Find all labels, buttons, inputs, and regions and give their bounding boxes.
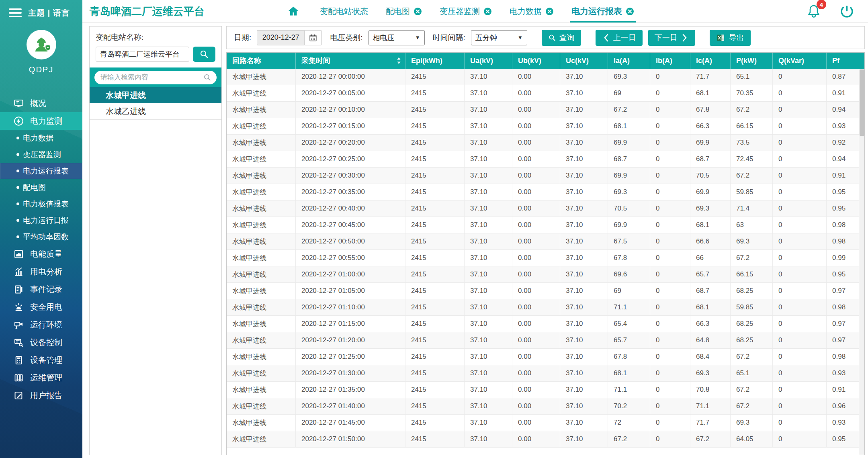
table-header: 回路名称采集时间Epi(kWh)Ua(kV)Ub(kV)Uc(kV)Ia(A)I… <box>227 53 864 69</box>
close-tab-icon[interactable] <box>483 7 492 16</box>
sidebar-item-power-data[interactable]: 电力数据 <box>0 130 82 146</box>
hamburger-menu-icon[interactable] <box>9 6 22 19</box>
sidebar-item-device-management[interactable]: 设备管理 <box>0 351 82 369</box>
main-content: 变配电站名称: <box>82 23 868 458</box>
column-header[interactable]: 采集时间 <box>296 53 405 69</box>
vertical-scrollbar[interactable] <box>859 69 864 455</box>
sidebar-item-power-monitoring[interactable]: 电力监测 <box>0 112 82 130</box>
table-cell: 0.00 <box>512 382 560 398</box>
column-header[interactable]: Pf <box>827 53 864 69</box>
sidebar-item-ops-management[interactable]: 运维管理 <box>0 369 82 386</box>
time-interval-select[interactable]: 五分钟 ▼ <box>471 30 527 45</box>
table-cell: 0 <box>650 168 690 184</box>
table-cell: 0 <box>773 266 827 282</box>
table-cell: 37.10 <box>465 266 512 282</box>
sidebar-item-operating-environment[interactable]: 运行环境 <box>0 316 82 333</box>
sidebar-item-overview[interactable]: 概况 <box>0 94 82 112</box>
voltage-type-select[interactable]: 相电压 ▼ <box>368 30 425 45</box>
table-cell: 0 <box>773 217 827 233</box>
bullet-icon <box>16 219 19 222</box>
table-cell: 0.00 <box>512 102 560 118</box>
column-header[interactable]: Q(kVar) <box>773 53 827 69</box>
station-name-input[interactable] <box>96 47 189 62</box>
search-icon <box>548 34 556 42</box>
tab-power-operation-report[interactable]: 电力运行报表 <box>571 0 634 22</box>
sidebar-item-user-report[interactable]: 用户报告 <box>0 386 82 404</box>
table-cell: 2020-12-27 01:25:00 <box>296 349 405 365</box>
table-row: 水城甲进线2020-12-27 00:55:00241537.100.0037.… <box>227 250 864 266</box>
column-header-label: Ia(A) <box>614 57 630 65</box>
calendar-icon[interactable] <box>304 30 322 45</box>
table-cell: 69.6 <box>608 266 650 282</box>
sidebar-item-transformer-monitoring[interactable]: 变压器监测 <box>0 146 82 163</box>
time-interval-value: 五分钟 <box>475 33 497 43</box>
sidebar-item-power-extreme-report[interactable]: 电力极值报表 <box>0 196 82 212</box>
table-cell: 0 <box>773 316 827 332</box>
table-cell: 0 <box>650 217 690 233</box>
bullet-icon <box>16 235 19 238</box>
table-cell: 0 <box>650 398 690 414</box>
circuit-item[interactable]: 水城甲进线 <box>90 87 221 103</box>
logout-power-icon[interactable] <box>839 4 854 19</box>
next-day-button[interactable]: 下一日 <box>648 30 695 46</box>
table-cell: 37.10 <box>560 415 608 431</box>
column-header[interactable]: Uc(kV) <box>560 53 608 69</box>
column-header-label: 回路名称 <box>232 56 261 65</box>
theme-language-link[interactable]: 主题 | 语言 <box>28 8 70 18</box>
column-header[interactable]: Ic(A) <box>690 53 731 69</box>
column-header[interactable]: P(kW) <box>731 53 773 69</box>
sidebar-item-event-record[interactable]: 事件记录 <box>0 280 82 298</box>
search-icon <box>199 49 209 59</box>
table-body: 水城甲进线2020-12-27 00:00:00241537.100.0037.… <box>227 69 864 448</box>
table-row: 水城甲进线2020-12-27 00:35:00241537.100.0037.… <box>227 184 864 200</box>
sidebar-item-distribution-diagram[interactable]: 配电图 <box>0 179 82 196</box>
prev-day-button[interactable]: 上一日 <box>596 30 643 46</box>
station-search-button[interactable] <box>193 47 215 62</box>
tree-search-input[interactable] <box>100 73 203 82</box>
column-header[interactable]: Ia(A) <box>608 53 650 69</box>
sidebar-item-power-quality[interactable]: 电能质量 <box>0 245 82 263</box>
sidebar-item-power-operation-report[interactable]: 电力运行报表 <box>0 163 82 179</box>
table-cell: 0 <box>650 85 690 101</box>
table-cell: 67.2 <box>608 431 650 447</box>
tab-distribution-diagram[interactable]: 配电图 <box>386 0 422 22</box>
table-cell: 0.00 <box>512 349 560 365</box>
sidebar-item-safe-electricity[interactable]: 安全用电 <box>0 298 82 316</box>
column-header[interactable]: Ub(kV) <box>512 53 560 69</box>
column-header[interactable]: Ua(kV) <box>465 53 512 69</box>
column-header[interactable]: Epi(kWh) <box>405 53 465 69</box>
sidebar-item-device-control[interactable]: 设备控制 <box>0 333 82 351</box>
app-root: 主题 | 语言 QDPJ 概况电力监测电力数据变压器监测电力运行报表配电图电力极… <box>0 0 868 458</box>
ops-management-label: 运维管理 <box>30 372 62 383</box>
table-cell: 2415 <box>405 217 465 233</box>
circuit-item[interactable]: 水城乙进线 <box>90 103 221 120</box>
table-cell: 69.3 <box>690 200 731 217</box>
sidebar-item-power-daily-report[interactable]: 电力运行日报 <box>0 212 82 229</box>
date-input[interactable] <box>257 30 304 45</box>
table-cell: 0.00 <box>512 316 560 332</box>
home-icon[interactable] <box>287 5 300 18</box>
column-header[interactable]: Ib(A) <box>650 53 690 69</box>
table-cell: 67.8 <box>608 349 650 365</box>
close-tab-icon[interactable] <box>545 7 554 16</box>
close-tab-icon[interactable] <box>626 7 634 16</box>
sidebar-item-avg-power-factor[interactable]: 平均功率因数 <box>0 229 82 245</box>
station-search-row <box>96 47 215 62</box>
table-cell: 69.9 <box>608 217 650 233</box>
close-tab-icon[interactable] <box>414 7 422 16</box>
scrollbar-thumb[interactable] <box>860 70 864 136</box>
chevron-left-icon <box>602 34 610 42</box>
tab-transformer-monitoring[interactable]: 变压器监测 <box>440 0 492 22</box>
sort-icon[interactable] <box>397 57 401 64</box>
device-management-label: 设备管理 <box>30 355 62 366</box>
tab-substation-status[interactable]: 变配电站状态 <box>320 0 368 22</box>
table-cell: 0.00 <box>512 233 560 249</box>
tab-power-data[interactable]: 电力数据 <box>510 0 554 22</box>
column-header[interactable]: 回路名称 <box>227 53 296 69</box>
notification-bell-icon[interactable]: 4 <box>806 3 822 19</box>
query-button[interactable]: 查询 <box>542 30 581 46</box>
table-cell: 2415 <box>405 151 465 167</box>
export-button[interactable]: 导出 <box>710 30 751 46</box>
table-cell: 71.7 <box>690 415 731 431</box>
sidebar-item-usage-analysis[interactable]: 用电分析 <box>0 263 82 280</box>
